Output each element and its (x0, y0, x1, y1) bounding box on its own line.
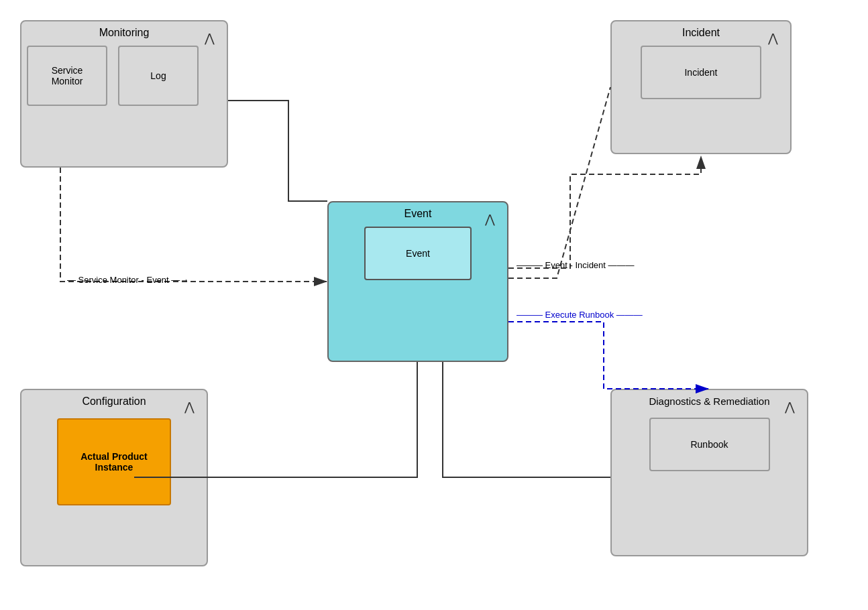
log-component: Log (118, 46, 199, 106)
service-monitor-event-dashed (60, 168, 327, 282)
event-to-diagnostics-solid (443, 362, 610, 477)
actual-product-instance-component: Actual Product Instance (57, 418, 171, 505)
diagnostics-chevron-icon: ⋀ (785, 400, 795, 414)
monitoring-package: Monitoring ⋀ Service Monitor Log (20, 20, 228, 168)
event-to-incident-dashed-path (508, 156, 701, 268)
runbook-component: Runbook (649, 418, 770, 471)
event-incident-label: ——— Event - Incident ——— (517, 260, 635, 270)
log-to-event-connection (228, 101, 327, 201)
diagram-container: Monitoring ⋀ Service Monitor Log Event ⋀… (0, 0, 868, 610)
event-incident-dashed (508, 87, 610, 278)
incident-title: Incident ⋀ (617, 27, 785, 39)
incident-package: Incident ⋀ Incident (610, 20, 792, 154)
event-package: Event ⋀ Event (327, 201, 508, 362)
configuration-chevron-icon: ⋀ (184, 400, 195, 414)
monitoring-title: Monitoring ⋀ (27, 27, 221, 39)
incident-chevron-icon: ⋀ (768, 31, 778, 46)
event-chevron-icon: ⋀ (485, 212, 495, 227)
configuration-package: Configuration ⋀ Actual Product Instance (20, 389, 208, 566)
incident-component: Incident (641, 46, 761, 99)
event-package-title: Event ⋀ (334, 208, 502, 220)
execute-runbook-label: ——— Execute Runbook ——— (517, 310, 643, 320)
monitoring-chevron-icon: ⋀ (205, 31, 215, 46)
service-monitor-event-label: — Service Monitor - Event —→ (67, 275, 188, 285)
configuration-title: Configuration ⋀ (27, 395, 201, 408)
diagnostics-package: Diagnostics & Remediation ⋀ Runbook (610, 389, 808, 556)
execute-runbook-dashed (508, 322, 709, 389)
service-monitor-component: Service Monitor (27, 46, 107, 106)
event-component: Event (364, 227, 472, 280)
diagnostics-title: Diagnostics & Remediation ⋀ (617, 395, 802, 407)
